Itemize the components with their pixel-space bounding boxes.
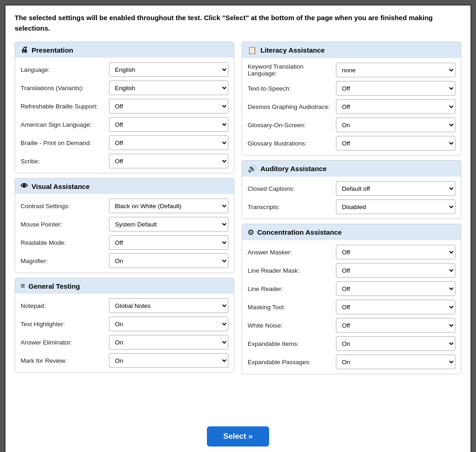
- field-row-expandable-items: Expandable Items: On Off: [248, 336, 455, 351]
- presentation-body: Language: English Spanish French Transla…: [15, 58, 234, 173]
- glossary-illustrations-select[interactable]: Off On: [336, 136, 455, 151]
- keyword-translation-select[interactable]: none Spanish French: [336, 63, 455, 77]
- scribe-select[interactable]: Off On: [109, 154, 228, 168]
- magnifier-label: Magnifier:: [21, 258, 105, 264]
- field-row-text-to-speech: Text-to-Speech: Off On: [248, 81, 455, 96]
- language-select[interactable]: English Spanish French: [109, 62, 228, 77]
- visual-assistance-section: 👁 Visual Assistance Contrast Settings: B…: [15, 178, 234, 273]
- concentration-assistance-icon: ⊙: [248, 228, 254, 237]
- field-row-glossary-illustrations: Glossary Illustrations: Off On: [248, 136, 455, 151]
- field-row-desmos-audiotrace: Desmos Graphing Audiotrace: Off On: [248, 99, 455, 114]
- footer: Select »: [15, 423, 461, 447]
- magnifier-select[interactable]: On Off: [109, 253, 228, 268]
- field-row-expandable-passages: Expandable Passages: On Off: [248, 355, 455, 369]
- expandable-items-label: Expandable Items:: [248, 340, 332, 347]
- masking-tool-select[interactable]: Off On: [336, 300, 455, 314]
- field-row-readable-mode: Readable Mode: Off On: [21, 235, 228, 250]
- contrast-label: Contrast Settings:: [21, 203, 105, 210]
- field-row-transcripts: Transcripts: Disabled Off On: [248, 199, 455, 214]
- closed-captions-label: Closed Captions:: [248, 185, 332, 192]
- text-to-speech-label: Text-to-Speech:: [248, 85, 332, 92]
- literacy-assistance-title: Literacy Assistance: [260, 46, 325, 54]
- literacy-assistance-body: Keyword Translation Language: none Spani…: [242, 58, 461, 155]
- field-row-mouse-pointer: Mouse Pointer: System Default Large Blac…: [21, 217, 228, 231]
- presentation-section: 🖨 Presentation Language: English Spanish…: [15, 42, 234, 173]
- white-noise-select[interactable]: Off On: [336, 318, 455, 333]
- glossary-illustrations-label: Glossary Illustrations:: [248, 140, 332, 147]
- general-testing-header: ≡ General Testing: [15, 278, 234, 294]
- select-button[interactable]: Select »: [207, 426, 269, 447]
- closed-captions-select[interactable]: Default off Default on Off: [336, 181, 455, 196]
- mark-for-review-select[interactable]: On Off: [109, 353, 228, 368]
- instructions-text: The selected settings will be enabled th…: [15, 13, 461, 35]
- presentation-icon: 🖨: [21, 46, 28, 54]
- field-row-text-highlighter: Text Highlighter: On Off: [21, 317, 228, 331]
- expandable-items-select[interactable]: On Off: [336, 336, 455, 351]
- right-column: 📋 Literacy Assistance Keyword Translatio…: [242, 42, 461, 416]
- asl-select[interactable]: Off On: [109, 117, 228, 132]
- desmos-audiotrace-select[interactable]: Off On: [336, 99, 455, 114]
- transcripts-select[interactable]: Disabled Off On: [336, 199, 455, 214]
- field-row-closed-captions: Closed Captions: Default off Default on …: [248, 181, 455, 196]
- auditory-assistance-header: 🔊 Auditory Assistance: [242, 161, 461, 177]
- field-row-line-reader: Line Reader: Off On: [248, 281, 455, 296]
- readable-mode-select[interactable]: Off On: [109, 235, 228, 250]
- notepad-select[interactable]: Global Notes Off On: [109, 298, 228, 313]
- mouse-pointer-label: Mouse Pointer:: [21, 221, 105, 228]
- scribe-label: Scribe:: [21, 158, 105, 165]
- asl-label: American Sign Language:: [21, 121, 105, 128]
- left-column: 🖨 Presentation Language: English Spanish…: [15, 42, 234, 416]
- answer-masker-label: Answer Masker:: [248, 249, 332, 256]
- concentration-assistance-title: Concentration Assistance: [257, 228, 342, 236]
- visual-assistance-icon: 👁: [21, 182, 28, 190]
- keyword-translation-label: Keyword Translation Language:: [248, 63, 332, 77]
- line-reader-mask-select[interactable]: Off On: [336, 263, 455, 278]
- literacy-assistance-section: 📋 Literacy Assistance Keyword Translatio…: [242, 42, 461, 156]
- visual-assistance-body: Contrast Settings: Black on White (Defau…: [15, 194, 234, 273]
- field-row-braille-support: Refreshable Braille Support: Off On: [21, 99, 228, 113]
- concentration-assistance-section: ⊙ Concentration Assistance Answer Masker…: [242, 224, 461, 374]
- answer-eliminator-select[interactable]: On Off: [109, 335, 228, 350]
- auditory-assistance-title: Auditory Assistance: [260, 165, 327, 172]
- field-row-line-reader-mask: Line Reader Mask: Off On: [248, 263, 455, 278]
- field-row-translations: Translations (Variants): English Spanish: [21, 81, 228, 95]
- presentation-header: 🖨 Presentation: [15, 42, 234, 58]
- field-row-notepad: Notepad: Global Notes Off On: [21, 298, 228, 313]
- auditory-assistance-body: Closed Captions: Default off Default on …: [242, 177, 461, 219]
- braille-support-label: Refreshable Braille Support:: [21, 103, 105, 110]
- desmos-audiotrace-label: Desmos Graphing Audiotrace:: [248, 103, 332, 110]
- text-to-speech-select[interactable]: Off On: [336, 81, 455, 96]
- visual-assistance-header: 👁 Visual Assistance: [15, 178, 234, 194]
- white-noise-label: White Noise:: [248, 322, 332, 329]
- text-highlighter-select[interactable]: On Off: [109, 317, 228, 331]
- translations-label: Translations (Variants):: [21, 85, 105, 91]
- field-row-glossary-on-screen: Glossary-On-Screen: On Off: [248, 118, 455, 132]
- mouse-pointer-select[interactable]: System Default Large Black Large White: [109, 217, 228, 231]
- braille-print-select[interactable]: Off On: [109, 135, 228, 150]
- translations-select[interactable]: English Spanish: [109, 81, 228, 95]
- general-testing-section: ≡ General Testing Notepad: Global Notes …: [15, 278, 234, 373]
- notepad-label: Notepad:: [21, 302, 105, 309]
- language-label: Language:: [21, 66, 105, 73]
- line-reader-mask-label: Line Reader Mask:: [248, 267, 332, 274]
- presentation-title: Presentation: [32, 46, 73, 54]
- field-row-magnifier: Magnifier: On Off: [21, 253, 228, 268]
- line-reader-label: Line Reader:: [248, 285, 332, 292]
- field-row-scribe: Scribe: Off On: [21, 154, 228, 168]
- transcripts-label: Transcripts:: [248, 204, 332, 210]
- text-highlighter-label: Text Highlighter:: [21, 321, 105, 328]
- general-testing-icon: ≡: [21, 282, 25, 290]
- field-row-contrast: Contrast Settings: Black on White (Defau…: [21, 199, 228, 213]
- line-reader-select[interactable]: Off On: [336, 281, 455, 296]
- expandable-passages-select[interactable]: On Off: [336, 355, 455, 369]
- general-testing-body: Notepad: Global Notes Off On Text Highli…: [15, 294, 234, 372]
- field-row-braille-print: Braille - Print on Demand: Off On: [21, 135, 228, 150]
- glossary-on-screen-select[interactable]: On Off: [336, 118, 455, 132]
- auditory-assistance-section: 🔊 Auditory Assistance Closed Captions: D…: [242, 160, 461, 219]
- field-row-masking-tool: Masking Tool: Off On: [248, 300, 455, 314]
- contrast-select[interactable]: Black on White (Default) White on Black …: [109, 199, 228, 213]
- literacy-assistance-header: 📋 Literacy Assistance: [242, 42, 461, 58]
- answer-masker-select[interactable]: Off On: [336, 245, 455, 259]
- braille-support-select[interactable]: Off On: [109, 99, 228, 113]
- field-row-white-noise: White Noise: Off On: [248, 318, 455, 333]
